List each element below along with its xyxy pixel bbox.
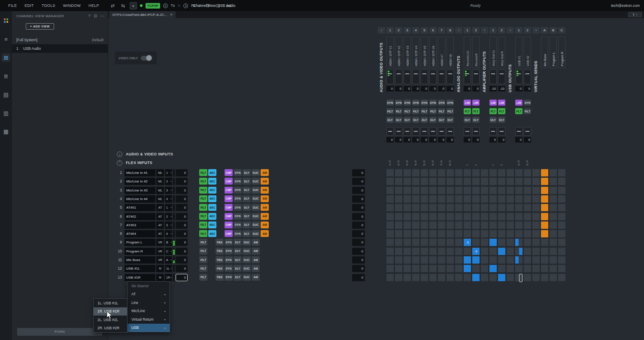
input-channel-select[interactable]: B [165, 239, 172, 246]
input-block-dly[interactable]: DLY [234, 274, 242, 281]
matrix-cell[interactable] [472, 169, 480, 176]
matrix-cell[interactable] [550, 239, 557, 246]
matrix-cell[interactable] [507, 213, 514, 220]
matrix-cell[interactable] [386, 274, 394, 281]
input-name-field[interactable]: USB #1R [125, 274, 155, 281]
matrix-cell[interactable] [515, 222, 522, 229]
input-type-badge[interactable]: ML [156, 178, 164, 185]
submenu-item-1l-usb-1l[interactable]: 1L. USB #1L [94, 299, 127, 307]
matrix-cell[interactable] [421, 265, 428, 272]
matrix-tie[interactable] [541, 230, 548, 237]
matrix-cell[interactable] [498, 213, 505, 220]
output-block-filt[interactable]: FILT [421, 108, 428, 114]
input-block-filt[interactable]: FILT [199, 274, 207, 281]
output-block-filt[interactable]: FILT [404, 108, 411, 114]
matrix-cell[interactable] [421, 274, 428, 281]
column-group-collapse-button[interactable]: ‹ [455, 27, 462, 33]
matrix-cell[interactable] [429, 230, 437, 237]
matrix-tie[interactable]: -3 [464, 239, 471, 246]
context-menu-item-at[interactable]: AT▸ [128, 290, 170, 299]
input-block-filt[interactable]: FILT [199, 222, 207, 228]
matrix-cell[interactable] [386, 222, 394, 229]
input-block-dly[interactable]: DLY [243, 169, 251, 176]
output-mix-gain[interactable]: 0 [524, 137, 531, 143]
matrix-cell[interactable] [524, 239, 531, 246]
matrix-cell[interactable] [464, 195, 471, 203]
matrix-tie[interactable] [541, 222, 548, 229]
input-channel-select[interactable]: 2 [165, 178, 172, 185]
output-mix-fader[interactable] [515, 127, 522, 136]
matrix-cell[interactable] [507, 169, 514, 176]
matrix-cell[interactable] [455, 213, 462, 220]
output-gain-value[interactable]: 0 [524, 86, 531, 91]
input-type-badge[interactable]: ML [156, 169, 164, 176]
matrix-cell[interactable] [412, 213, 419, 220]
context-menu-item-virtual-return[interactable]: Virtual Return▸ [128, 315, 170, 324]
column-group-collapse-button[interactable]: ‹ [507, 27, 514, 33]
input-channel-select[interactable]: 4 [165, 230, 172, 237]
output-mix-fader[interactable] [421, 127, 428, 136]
matrix-cell[interactable] [386, 256, 394, 264]
context-menu-item-mic-line[interactable]: Mic/Line▸ [128, 307, 170, 316]
input-block-duc[interactable]: DUC [252, 169, 260, 176]
matrix-cell[interactable] [489, 213, 497, 220]
matrix-cell[interactable] [404, 239, 411, 246]
input-block-aec[interactable]: AEC [208, 169, 216, 176]
input-block-duc[interactable]: DUC [243, 248, 251, 255]
input-gain-value[interactable]: 0 [176, 230, 188, 237]
input-block-duc[interactable]: DUC [243, 274, 251, 281]
matrix-cell[interactable] [472, 195, 480, 203]
matrix-cell[interactable] [472, 187, 480, 194]
matrix-cell[interactable] [404, 222, 411, 229]
matrix-cell[interactable] [421, 222, 428, 229]
matrix-cell[interactable] [447, 248, 454, 255]
matrix-cell[interactable] [395, 274, 402, 281]
output-fader[interactable] [412, 70, 419, 84]
matrix-tie[interactable] [541, 169, 548, 176]
matrix-cell[interactable] [515, 187, 522, 194]
matrix-tie[interactable] [498, 248, 505, 255]
matrix-cell[interactable] [481, 169, 488, 176]
matrix-cell[interactable] [464, 213, 471, 220]
input-channel-select[interactable]: 3 [165, 222, 172, 229]
matrix-cell[interactable] [507, 248, 514, 255]
output-fader[interactable] [404, 70, 411, 84]
output-fader[interactable] [447, 70, 454, 84]
matrix-cell[interactable] [558, 274, 565, 281]
matrix-cell[interactable] [550, 248, 557, 255]
matrix-cell[interactable] [507, 195, 514, 203]
matrix-cell[interactable] [464, 204, 471, 211]
output-mix-fader[interactable] [412, 127, 419, 136]
matrix-cell[interactable] [524, 169, 531, 176]
input-type-badge[interactable]: AT [156, 230, 164, 237]
input-gain-value[interactable]: 0 [176, 222, 188, 229]
matrix-cell[interactable] [558, 230, 565, 237]
matrix-cell[interactable] [429, 256, 437, 264]
matrix-cell[interactable] [464, 230, 471, 237]
matrix-cell[interactable] [421, 256, 428, 264]
input-channel-select[interactable]: 2 [165, 213, 172, 220]
input-block-duc[interactable]: DUC [252, 230, 260, 237]
output-mix-gain[interactable]: 0 [386, 137, 394, 143]
matrix-cell[interactable] [386, 169, 394, 176]
input-matrix-gain[interactable]: 0 [352, 187, 365, 194]
matrix-cell[interactable] [524, 248, 531, 255]
input-block-duc[interactable]: DUC [243, 256, 251, 263]
matrix-cell[interactable] [412, 169, 419, 176]
matrix-cell[interactable] [481, 195, 488, 203]
matrix-cell[interactable] [481, 178, 488, 185]
matrix-cell[interactable] [524, 204, 531, 211]
matrix-cell[interactable] [550, 178, 557, 185]
input-type-badge[interactable]: VR [156, 248, 164, 255]
matrix-cell[interactable] [558, 222, 565, 229]
input-block-dly[interactable]: DLY [243, 230, 251, 237]
matrix-cell[interactable] [404, 213, 411, 220]
input-block-cmp[interactable]: CMP [225, 222, 233, 228]
matrix-cell[interactable] [395, 204, 402, 211]
matrix-cell[interactable] [395, 178, 402, 185]
input-block-aec[interactable]: AEC [208, 222, 216, 228]
output-block-dly[interactable]: DLY [498, 117, 505, 123]
input-block-dyn[interactable]: DYN [234, 187, 242, 194]
input-block-duc[interactable]: DUC [252, 222, 260, 228]
matrix-cell[interactable] [429, 169, 437, 176]
